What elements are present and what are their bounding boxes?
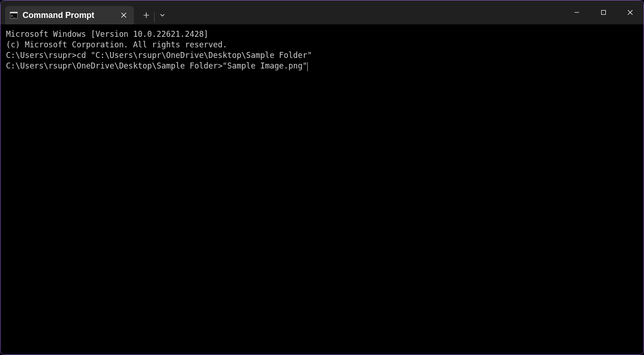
tab-command-prompt[interactable]: >_ Command Prompt <box>5 6 134 24</box>
tabs-area: >_ Command Prompt <box>0 0 564 24</box>
terminal-line: C:\Users\rsupr\OneDrive\Desktop\Sample F… <box>6 61 638 71</box>
terminal-body[interactable]: Microsoft Windows [Version 10.0.22621.24… <box>0 24 644 355</box>
close-button[interactable] <box>617 0 644 24</box>
svg-text:>_: >_ <box>11 14 15 18</box>
text-cursor <box>307 62 308 71</box>
svg-rect-1 <box>10 12 17 13</box>
command-prompt-icon: >_ <box>10 11 18 19</box>
minimize-button[interactable] <box>564 0 590 24</box>
tab-dropdown-button[interactable] <box>155 6 170 24</box>
terminal-line: C:\Users\rsupr>cd "C:\Users\rsupr\OneDri… <box>6 50 638 61</box>
terminal-line: (c) Microsoft Corporation. All rights re… <box>6 40 638 50</box>
tab-close-button[interactable] <box>119 11 128 20</box>
terminal-line: Microsoft Windows [Version 10.0.22621.24… <box>6 29 638 40</box>
terminal-window: >_ Command Prompt <box>0 0 644 355</box>
titlebar: >_ Command Prompt <box>0 0 644 24</box>
maximize-button[interactable] <box>590 0 617 24</box>
window-controls <box>564 0 644 24</box>
tab-actions <box>138 0 170 24</box>
terminal-text: C:\Users\rsupr\OneDrive\Desktop\Sample F… <box>6 61 307 70</box>
tab-title: Command Prompt <box>23 11 115 20</box>
new-tab-button[interactable] <box>138 6 154 24</box>
svg-rect-8 <box>602 11 606 15</box>
